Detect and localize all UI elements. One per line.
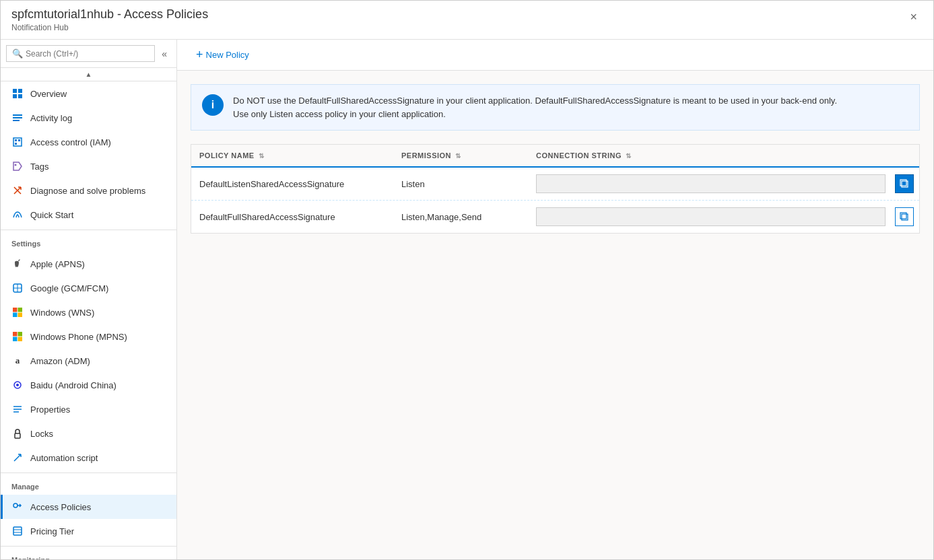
svg-rect-17 bbox=[18, 308, 23, 312]
sidebar-label-quickstart: Quick Start bbox=[30, 210, 73, 220]
svg-rect-21 bbox=[18, 332, 23, 337]
connection-string-input-2[interactable] bbox=[536, 207, 886, 226]
main-layout: 🔍 « ▲ Overview Activity log bbox=[1, 40, 933, 559]
overview-icon bbox=[11, 88, 24, 100]
sidebar-item-amazon[interactable]: a Amazon (ADM) bbox=[1, 349, 176, 373]
settings-section-label: Settings bbox=[1, 230, 176, 252]
sidebar-item-access-policies[interactable]: Access Policies bbox=[1, 495, 176, 519]
copy-icon-2 bbox=[900, 212, 909, 221]
apple-icon bbox=[11, 258, 24, 270]
app-window: spfcmtutorial1nhub - Access Policies Not… bbox=[0, 0, 934, 560]
title-bar: spfcmtutorial1nhub - Access Policies Not… bbox=[1, 1, 933, 40]
manage-section-label: Manage bbox=[1, 473, 176, 495]
sort-icon-policy[interactable]: ⇅ bbox=[259, 152, 265, 160]
policies-table: POLICY NAME ⇅ PERMISSION ⇅ CONNECTION ST… bbox=[191, 144, 920, 234]
svg-point-12 bbox=[15, 164, 17, 166]
info-icon: i bbox=[202, 94, 224, 116]
info-text-line1: Do NOT use the DefaultFullSharedAccessSi… bbox=[233, 94, 837, 108]
new-policy-label: New Policy bbox=[206, 50, 249, 60]
sidebar-item-windows[interactable]: Windows (WNS) bbox=[1, 300, 176, 324]
sidebar-label-tags: Tags bbox=[30, 162, 48, 172]
copy-button-1[interactable] bbox=[895, 174, 914, 193]
svg-rect-23 bbox=[18, 337, 23, 342]
activity-log-icon bbox=[11, 112, 24, 124]
svg-rect-3 bbox=[18, 94, 22, 98]
toolbar: + New Policy bbox=[177, 40, 933, 71]
permission-header: PERMISSION bbox=[401, 151, 451, 160]
amazon-icon: a bbox=[11, 355, 24, 367]
monitoring-section-label: Monitoring bbox=[1, 546, 176, 559]
info-banner: i Do NOT use the DefaultFullSharedAccess… bbox=[191, 84, 920, 131]
permission-cell-1: Listen bbox=[393, 168, 528, 200]
copy-cell-2 bbox=[892, 201, 919, 233]
plus-icon: + bbox=[196, 48, 203, 62]
permission-value-1: Listen bbox=[401, 179, 425, 189]
svg-rect-22 bbox=[13, 337, 18, 342]
column-permission: PERMISSION ⇅ bbox=[393, 145, 528, 166]
sidebar-label-windowsphone: Windows Phone (MPNS) bbox=[30, 332, 127, 342]
svg-rect-16 bbox=[13, 308, 18, 312]
sidebar-label-access-policies: Access Policies bbox=[30, 502, 91, 512]
tags-icon bbox=[11, 160, 24, 172]
svg-rect-41 bbox=[902, 181, 908, 187]
permission-cell-2: Listen,Manage,Send bbox=[393, 201, 528, 233]
policy-name-cell-2: DefaultFullSharedAccessSignature bbox=[191, 201, 393, 233]
sidebar: 🔍 « ▲ Overview Activity log bbox=[1, 40, 177, 559]
sort-icon-connection[interactable]: ⇅ bbox=[626, 152, 632, 160]
svg-rect-43 bbox=[902, 214, 908, 220]
sidebar-item-google[interactable]: Google (GCM/FCM) bbox=[1, 276, 176, 300]
sort-icon-permission[interactable]: ⇅ bbox=[455, 152, 461, 160]
sidebar-label-access-control: Access control (IAM) bbox=[30, 137, 111, 147]
search-box[interactable]: 🔍 bbox=[6, 45, 155, 62]
close-button[interactable]: × bbox=[904, 7, 923, 27]
sidebar-item-diagnose[interactable]: Diagnose and solve problems bbox=[1, 178, 176, 203]
sidebar-item-windowsphone[interactable]: Windows Phone (MPNS) bbox=[1, 324, 176, 349]
policy-name-cell-1: DefaultListenSharedAccessSignature bbox=[191, 168, 393, 200]
svg-rect-2 bbox=[13, 94, 17, 98]
scroll-up-button[interactable]: ▲ bbox=[79, 69, 99, 79]
sidebar-item-automation[interactable]: Automation script bbox=[1, 446, 176, 470]
access-policies-icon bbox=[11, 501, 24, 513]
svg-rect-9 bbox=[18, 139, 20, 141]
sidebar-label-apple: Apple (APNS) bbox=[30, 259, 85, 269]
info-text-line2: Use only Listen access policy in your cl… bbox=[233, 108, 837, 121]
sidebar-label-diagnose: Diagnose and solve problems bbox=[30, 186, 145, 196]
sidebar-item-quickstart[interactable]: Quick Start bbox=[1, 203, 176, 227]
google-icon bbox=[11, 282, 24, 294]
sidebar-item-properties[interactable]: Properties bbox=[1, 397, 176, 421]
sidebar-item-access-control[interactable]: Access control (IAM) bbox=[1, 130, 176, 154]
policy-name-value-1: DefaultListenSharedAccessSignature bbox=[199, 179, 344, 189]
pricing-tier-icon bbox=[11, 525, 24, 537]
connection-string-input-1[interactable] bbox=[536, 174, 886, 193]
access-control-icon bbox=[11, 136, 24, 148]
table-header: POLICY NAME ⇅ PERMISSION ⇅ CONNECTION ST… bbox=[191, 145, 919, 168]
locks-icon bbox=[11, 427, 24, 440]
sidebar-item-baidu[interactable]: Baidu (Android China) bbox=[1, 373, 176, 397]
svg-rect-7 bbox=[13, 138, 22, 146]
connection-string-header: CONNECTION STRING bbox=[536, 151, 622, 160]
sidebar-item-tags[interactable]: Tags bbox=[1, 154, 176, 178]
diagnose-icon bbox=[11, 184, 24, 197]
policy-name-value-2: DefaultFullSharedAccessSignature bbox=[199, 212, 335, 222]
svg-rect-19 bbox=[18, 313, 23, 318]
sidebar-item-overview[interactable]: Overview bbox=[1, 81, 176, 106]
sidebar-item-apple[interactable]: Apple (APNS) bbox=[1, 252, 176, 276]
sidebar-item-activity-log[interactable]: Activity log bbox=[1, 106, 176, 130]
sidebar-label-overview: Overview bbox=[30, 89, 67, 99]
policy-name-header: POLICY NAME bbox=[199, 151, 255, 160]
sidebar-collapse-button[interactable]: « bbox=[158, 46, 171, 62]
sidebar-header: 🔍 « bbox=[1, 40, 176, 68]
sidebar-label-baidu: Baidu (Android China) bbox=[30, 380, 116, 390]
column-actions bbox=[892, 145, 919, 166]
sidebar-label-amazon: Amazon (ADM) bbox=[30, 356, 90, 366]
sidebar-label-automation: Automation script bbox=[30, 453, 98, 463]
sidebar-item-locks[interactable]: Locks bbox=[1, 421, 176, 446]
search-input[interactable] bbox=[26, 49, 149, 59]
sidebar-item-pricing-tier[interactable]: Pricing Tier bbox=[1, 519, 176, 543]
properties-icon bbox=[11, 403, 24, 415]
copy-button-2[interactable] bbox=[895, 207, 914, 226]
quickstart-icon bbox=[11, 209, 24, 221]
new-policy-button[interactable]: + New Policy bbox=[191, 45, 255, 65]
windowsphone-icon bbox=[11, 330, 24, 343]
svg-rect-0 bbox=[13, 89, 17, 93]
